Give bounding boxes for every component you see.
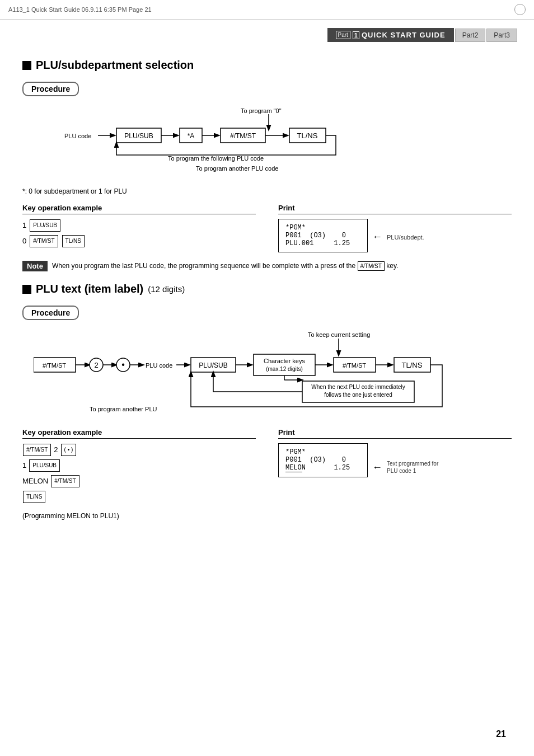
note-box-1: Note When you program the last PLU code,… xyxy=(22,261,512,271)
key-plu-sub-1: PLU/SUB xyxy=(30,219,60,232)
tab-part3-label: Part3 xyxy=(494,31,510,39)
print-col-2: Print *PGM* P001 (O3) 0 MELON 1.25 ← xyxy=(278,428,512,477)
print-header-1: Print xyxy=(278,204,512,214)
svg-text:(max.12 digits): (max.12 digits) xyxy=(266,366,303,372)
section2-title-text: PLU text (item label) xyxy=(36,283,143,295)
key-op-1-val: 1 xyxy=(22,219,26,232)
print-line-3: PLU.001 1.25 xyxy=(285,240,360,247)
svg-text:follows the one just entered: follows the one just entered xyxy=(324,392,392,398)
example-section-1: Key operation example 1 PLU/SUB 0 #/TM/S… xyxy=(22,204,512,252)
note-text-2: key. xyxy=(386,262,398,270)
key-hash-2b: #/TM/ST xyxy=(51,475,79,487)
key-op-header-1: Key operation example xyxy=(22,204,256,214)
svg-text:PLU/SUB: PLU/SUB xyxy=(199,361,227,369)
flow-diagram-2: To keep current setting #/TM/ST 2 xyxy=(34,328,512,420)
key-dot-2: ( • ) xyxy=(61,444,77,456)
svg-text:#/TM/ST: #/TM/ST xyxy=(230,132,256,140)
key-op-2-val1: 2 xyxy=(54,443,58,456)
print2-line-2: P001 (O3) 0 xyxy=(285,456,360,464)
svg-text:To keep current setting: To keep current setting xyxy=(308,331,370,338)
key-op-area-1: 1 PLU/SUB 0 #/TM/ST TL/NS xyxy=(22,219,256,248)
tab-part1-title: QUICK START GUIDE xyxy=(362,31,446,39)
svg-text:*A: *A xyxy=(188,132,195,140)
flow-diagram-1: To program "0" PLU code PLU/SUB *A xyxy=(34,105,512,179)
svg-text:PLU/SUB: PLU/SUB xyxy=(124,132,153,140)
footnote-1: *: 0 for subdepartment or 1 for PLU xyxy=(22,187,512,195)
key-op-header-2: Key operation example xyxy=(22,428,256,439)
note-label-1: Note xyxy=(22,261,48,271)
section1: PLU/subdepartment selection Procedure To… xyxy=(22,59,512,271)
key-hash-1: #/TM/ST xyxy=(30,235,58,247)
svg-text:To program the following PLU c: To program the following PLU code xyxy=(168,155,264,162)
note-text-1: When you program the last PLU code, the … xyxy=(52,261,398,271)
svg-text:2: 2 xyxy=(94,361,98,369)
svg-text:To program another PLU code: To program another PLU code xyxy=(196,165,278,172)
tab-part2-label: Part2 xyxy=(462,31,479,39)
key-op-2-val2: 1 xyxy=(22,459,26,472)
section2: PLU text (item label) (12 digits) Proced… xyxy=(22,283,512,520)
key-op-col-2: Key operation example #/TM/ST 2 ( • ) 1 … xyxy=(22,428,256,504)
tab-part1-num: 1 xyxy=(353,31,359,39)
print-annotation-2: Text programmed for PLU code 1 xyxy=(387,460,443,475)
print2-line-1: *PGM* xyxy=(285,448,360,456)
print-header-2: Print xyxy=(278,428,512,439)
print2-line-4 xyxy=(285,472,360,472)
svg-text:TL/NS: TL/NS xyxy=(297,132,318,140)
section1-title-text: PLU/subdepartment selection xyxy=(36,59,194,72)
print-line-1: *PGM* xyxy=(285,224,360,232)
tab-part2[interactable]: Part2 xyxy=(455,29,486,42)
key-op-col-1: Key operation example 1 PLU/SUB 0 #/TM/S… xyxy=(22,204,256,248)
section1-square-icon xyxy=(22,61,31,70)
svg-text:Character keys: Character keys xyxy=(264,358,305,364)
svg-text:To program "0": To program "0" xyxy=(241,107,282,114)
programming-note: (Programming MELON to PLU1) xyxy=(22,512,512,520)
section1-title: PLU/subdepartment selection xyxy=(22,59,512,72)
svg-text:•: • xyxy=(121,360,125,369)
header-page-circle xyxy=(514,4,526,15)
main-content: PLU/subdepartment selection Procedure To… xyxy=(22,45,512,528)
header-bar: A113_1 Quick Start Guide 06.9.11 6:35 PM… xyxy=(0,0,534,20)
key-tlns-2: TL/NS xyxy=(23,491,45,503)
svg-text:When the next PLU code immedia: When the next PLU code immediately xyxy=(311,384,405,390)
flow-svg-2: To keep current setting #/TM/ST 2 xyxy=(34,328,515,418)
section2-square-icon xyxy=(22,285,31,294)
page-number: 21 xyxy=(496,729,506,739)
key-plu-sub-2: PLU/SUB xyxy=(29,459,60,472)
print2-line-3: MELON 1.25 xyxy=(285,464,360,472)
key-hash-2a: #/TM/ST xyxy=(23,444,51,456)
svg-text:#/TM/ST: #/TM/ST xyxy=(343,362,366,369)
svg-text:PLU code: PLU code xyxy=(64,133,91,139)
key-op-1-val2: 0 xyxy=(22,234,26,247)
section2-title: PLU text (item label) (12 digits) xyxy=(22,283,512,295)
header-meta: A113_1 Quick Start Guide 06.9.11 6:35 PM… xyxy=(8,6,152,13)
print-receipt-2: *PGM* P001 (O3) 0 MELON 1.25 xyxy=(278,443,368,477)
procedure-label-2: Procedure xyxy=(31,308,70,317)
procedure-box-1: Procedure xyxy=(22,82,79,96)
tab-part1[interactable]: Part 1 QUICK START GUIDE xyxy=(327,28,454,42)
svg-text:To program another PLU: To program another PLU xyxy=(90,406,157,412)
print-receipt-1: *PGM* P001 (O3) 0 PLU.001 1.25 xyxy=(278,219,368,252)
svg-text:TL/NS: TL/NS xyxy=(402,361,423,369)
tab-part1-partlabel: Part xyxy=(336,31,350,39)
nav-tabs: Part 1 QUICK START GUIDE Part2 Part3 xyxy=(327,28,518,42)
section2-title-suffix: (12 digits) xyxy=(148,284,185,294)
print-col-1: Print *PGM* P001 (O3) 0 PLU.001 1.25 ← P… xyxy=(278,204,512,252)
tab-part3[interactable]: Part3 xyxy=(486,29,517,42)
note-key-1: #/TM/ST xyxy=(358,261,385,271)
example-section-2: Key operation example #/TM/ST 2 ( • ) 1 … xyxy=(22,428,512,504)
svg-text:#/TM/ST: #/TM/ST xyxy=(43,362,66,369)
procedure-label-1: Procedure xyxy=(31,84,70,93)
key-op-area-2: #/TM/ST 2 ( • ) 1 PLU/SUB MELON #/TM/S xyxy=(22,443,256,504)
flow-svg-1: To program "0" PLU code PLU/SUB *A xyxy=(34,105,493,177)
print-line-2: P001 (O3) 0 xyxy=(285,232,360,240)
svg-text:PLU code: PLU code xyxy=(146,362,172,369)
procedure-box-2: Procedure xyxy=(22,306,79,320)
key-op-2-melon: MELON xyxy=(22,475,48,487)
plu-subdept-label: PLU/subdept. xyxy=(387,234,424,241)
note-text-content: When you program the last PLU code, the … xyxy=(52,262,355,270)
key-tlns-1: TL/NS xyxy=(62,235,85,247)
